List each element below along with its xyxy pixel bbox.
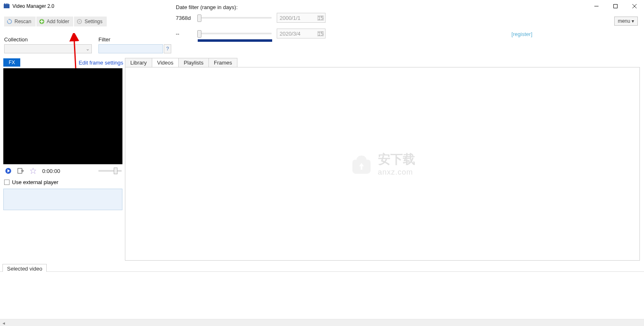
bottom-tabs: Selected video <box>2 266 47 272</box>
info-box <box>3 189 122 210</box>
watermark: 安下载 anxz.com <box>350 151 415 177</box>
svg-rect-3 <box>7 3 8 4</box>
horizontal-scrollbar[interactable]: ◂ <box>0 319 644 326</box>
main-content[interactable]: 安下载 anxz.com <box>125 67 640 261</box>
rescan-button[interactable]: Rescan <box>4 17 36 26</box>
minimize-button[interactable] <box>587 0 606 12</box>
volume-slider[interactable] <box>98 170 122 172</box>
player-controls: 0:00:00 <box>3 164 123 177</box>
app-icon <box>3 3 10 10</box>
playback-time: 0:00:00 <box>42 168 60 174</box>
collection-select[interactable]: ⌄ <box>4 44 92 53</box>
edit-frame-settings-link[interactable]: Edit frame settings <box>79 60 123 66</box>
svg-rect-2 <box>6 3 7 4</box>
rescan-label: Rescan <box>14 19 31 24</box>
date-filter-title: Date filter (range in days): <box>176 4 326 10</box>
fx-tab[interactable]: FX <box>3 58 20 67</box>
scroll-left-icon[interactable]: ◂ <box>0 319 7 326</box>
tab-frames[interactable]: Frames <box>208 58 237 67</box>
add-folder-label: Add folder <box>47 19 69 24</box>
chevron-down-icon: ⌄ <box>86 46 90 52</box>
tab-videos[interactable]: Videos <box>152 58 179 67</box>
external-player-checkbox[interactable] <box>4 180 10 185</box>
close-button[interactable] <box>625 0 644 12</box>
main-area: Library Videos Playlists Frames 安下载 anxz… <box>125 58 640 261</box>
date-range-bar <box>198 39 272 42</box>
filter-input[interactable] <box>98 44 163 53</box>
slider-thumb[interactable] <box>197 30 201 38</box>
left-panel: FX Edit frame settings 0:00:00 Use exter… <box>3 58 123 210</box>
collection-filter-row: Collection ⌄ Filter ? <box>4 36 171 53</box>
window-title: Video Manager 2.0 <box>12 3 54 9</box>
filter-help-button[interactable]: ? <box>164 44 171 53</box>
star-icon[interactable] <box>30 168 36 174</box>
menu-button[interactable]: menu ▾ <box>614 17 638 26</box>
collection-label: Collection <box>4 36 92 43</box>
refresh-icon <box>7 19 12 24</box>
tab-playlists[interactable]: Playlists <box>178 58 209 67</box>
svg-text:15: 15 <box>318 31 323 37</box>
date-range-days: 7368d <box>176 15 197 21</box>
main-tabs: Library Videos Playlists Frames <box>125 58 640 67</box>
register-link[interactable]: [register] <box>511 31 532 37</box>
date-dash: -- <box>176 31 197 37</box>
window-controls <box>587 0 644 12</box>
settings-button[interactable]: Settings <box>74 17 106 26</box>
date-from-slider[interactable] <box>197 17 272 19</box>
svg-text:15: 15 <box>318 15 323 21</box>
svg-rect-1 <box>4 3 5 4</box>
export-icon[interactable] <box>17 168 24 174</box>
calendar-icon[interactable]: 15 <box>317 14 324 21</box>
settings-label: Settings <box>84 19 102 24</box>
calendar-icon[interactable]: 15 <box>317 30 324 37</box>
maximize-button[interactable] <box>606 0 625 12</box>
gear-icon <box>77 19 82 24</box>
slider-thumb[interactable] <box>114 168 117 174</box>
add-folder-button[interactable]: Add folder <box>36 17 74 26</box>
filter-label: Filter <box>98 36 171 43</box>
plus-icon <box>39 19 45 24</box>
video-preview[interactable] <box>3 68 122 164</box>
slider-thumb[interactable] <box>197 14 201 22</box>
external-player-label: Use external player <box>12 179 58 185</box>
date-filter-section: Date filter (range in days): 7368d 15 --… <box>176 4 326 44</box>
play-icon[interactable] <box>5 168 12 174</box>
svg-point-10 <box>79 21 80 22</box>
date-to-slider[interactable] <box>197 33 272 34</box>
bottom-content: ◂ <box>0 272 644 326</box>
svg-rect-0 <box>4 4 10 8</box>
svg-rect-5 <box>614 4 618 8</box>
tab-library[interactable]: Library <box>125 58 152 67</box>
